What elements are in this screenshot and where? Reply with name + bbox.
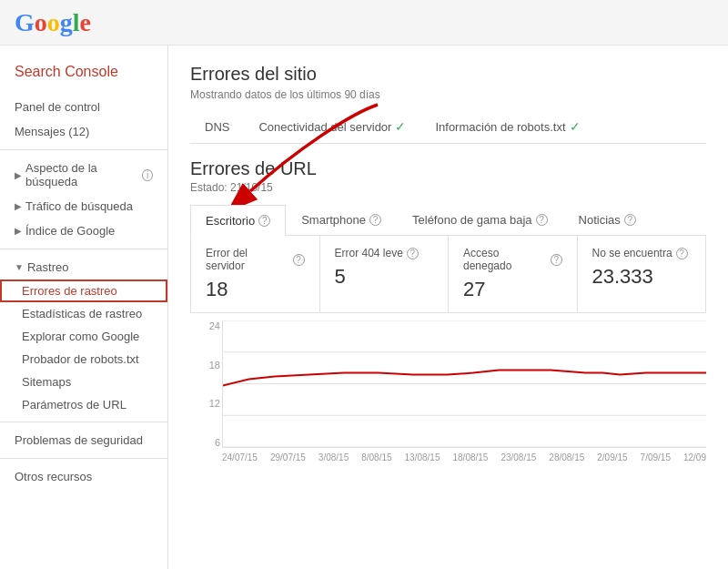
tab-telefono-gama-baja[interactable]: Teléfono de gama baja ? xyxy=(397,205,563,235)
info-icon[interactable]: ? xyxy=(369,214,381,226)
x-label: 29/07/15 xyxy=(270,452,306,462)
tab-dns[interactable]: DNS xyxy=(190,113,244,143)
x-label: 12/09 xyxy=(683,452,706,462)
stat-value: 23.333 xyxy=(592,265,692,289)
check-icon: ✓ xyxy=(570,119,581,134)
tab-robots[interactable]: Información de robots.txt ✓ xyxy=(420,112,594,143)
chart-y-axis: 24 18 12 6 xyxy=(195,320,220,448)
url-errors-tabs: Escritorio ? Smartphone ? Teléfono de ga… xyxy=(190,205,706,236)
tab-escritorio[interactable]: Escritorio ? xyxy=(190,205,286,236)
stat-card-no-encuentra: No se encuentra ? 23.333 xyxy=(578,236,706,312)
chart-svg xyxy=(222,320,706,448)
sidebar-item-errores-rastreo[interactable]: Errores de rastreo xyxy=(0,279,167,302)
sidebar-item-label: Errores de rastreo xyxy=(22,284,117,298)
tab-label: Smartphone xyxy=(301,213,366,227)
y-label: 18 xyxy=(195,360,220,371)
sidebar-item-mensajes[interactable]: Mensajes (12) xyxy=(0,119,167,144)
sidebar-item-label: Aspecto de la búsqueda xyxy=(25,161,138,188)
tab-noticias[interactable]: Noticias ? xyxy=(563,205,652,235)
site-errors-subtitle: Mostrando datos de los últimos 90 días xyxy=(190,88,706,101)
x-label: 3/08/15 xyxy=(318,452,349,462)
url-errors-section: Errores de URL Estado: 21/10/15 Escritor… xyxy=(190,158,706,466)
sidebar-item-aspecto-busqueda[interactable]: ▶ Aspecto de la búsqueda i xyxy=(0,156,167,194)
tab-label: DNS xyxy=(205,120,229,134)
sidebar-item-explorar-google[interactable]: Explorar como Google xyxy=(0,325,167,348)
info-icon[interactable]: ? xyxy=(676,248,688,259)
sidebar-item-label: Mensajes (12) xyxy=(15,125,89,138)
sidebar-item-panel-control[interactable]: Panel de control xyxy=(0,95,167,119)
sidebar-divider xyxy=(0,422,167,422)
sidebar-item-indice-google[interactable]: ▶ Índice de Google xyxy=(0,218,167,243)
url-errors-status: Estado: 21/10/15 xyxy=(190,181,706,194)
header: G o o g l e xyxy=(0,0,728,46)
site-errors-section: Errores del sitio Mostrando datos de los… xyxy=(190,64,706,144)
main-layout: Search Console Panel de control Mensajes… xyxy=(0,46,728,569)
info-icon[interactable]: ? xyxy=(551,254,562,266)
x-label: 24/07/15 xyxy=(222,452,258,462)
x-label: 13/08/15 xyxy=(405,452,440,462)
sidebar-item-label: Tráfico de búsqueda xyxy=(25,199,133,213)
sidebar-item-label: Sitemaps xyxy=(22,375,71,389)
arrow-icon: ▼ xyxy=(15,262,24,272)
sidebar-divider xyxy=(0,458,167,459)
tab-label: Teléfono de gama baja xyxy=(412,213,532,227)
sidebar-title: Search Console xyxy=(0,56,167,95)
info-icon[interactable]: ? xyxy=(536,214,548,226)
url-errors-title: Errores de URL xyxy=(190,158,706,179)
info-icon[interactable]: ? xyxy=(407,248,419,259)
chart-wrapper: 24 18 12 6 xyxy=(222,320,706,466)
info-icon[interactable]: i xyxy=(142,169,153,181)
sidebar-item-label: Probador de robots.txt xyxy=(22,352,139,366)
arrow-icon: ▶ xyxy=(15,226,22,236)
chart-x-axis: 24/07/15 29/07/15 3/08/15 8/08/15 13/08/… xyxy=(222,451,706,466)
sidebar: Search Console Panel de control Mensajes… xyxy=(0,46,168,569)
tab-conectividad[interactable]: Conectividad del servidor ✓ xyxy=(244,112,420,143)
sidebar-item-estadisticas-rastreo[interactable]: Estadísticas de rastreo xyxy=(0,302,167,325)
stat-label: Acceso denegado ? xyxy=(463,247,562,272)
y-label: 24 xyxy=(195,320,220,331)
info-icon[interactable]: ? xyxy=(258,215,270,227)
info-icon[interactable]: ? xyxy=(293,254,305,266)
sidebar-item-label: Índice de Google xyxy=(25,224,115,238)
arrow-icon: ▶ xyxy=(15,201,22,211)
google-logo: G o o g l e xyxy=(15,8,91,37)
info-icon[interactable]: ? xyxy=(624,214,636,226)
stat-card-error-404: Error 404 leve ? 5 xyxy=(320,236,450,312)
sidebar-item-sitemaps[interactable]: Sitemaps xyxy=(0,371,167,393)
stats-row: Error del servidor ? 18 Error 404 leve ?… xyxy=(190,236,706,313)
tab-smartphone[interactable]: Smartphone ? xyxy=(286,205,397,235)
x-label: 18/08/15 xyxy=(452,452,488,462)
sidebar-divider xyxy=(0,149,167,150)
sidebar-item-label: Problemas de seguridad xyxy=(15,433,143,447)
site-error-tabs: DNS Conectividad del servidor ✓ Informac… xyxy=(190,112,706,144)
sidebar-item-label: Rastreo xyxy=(27,260,69,274)
x-label: 7/09/15 xyxy=(641,452,671,462)
sidebar-item-rastreo[interactable]: ▼ Rastreo xyxy=(0,255,167,279)
sidebar-item-label: Otros recursos xyxy=(15,470,92,483)
stat-label: Error 404 leve ? xyxy=(335,247,434,259)
x-label: 28/08/15 xyxy=(549,452,584,462)
sidebar-item-problemas-seguridad[interactable]: Problemas de seguridad xyxy=(0,428,167,452)
main-content: Errores del sitio Mostrando datos de los… xyxy=(168,46,728,569)
arrow-icon: ▶ xyxy=(15,170,22,180)
stat-label: Error del servidor ? xyxy=(206,247,305,272)
x-label: 2/09/15 xyxy=(597,452,627,462)
chart-area: 24 18 12 6 xyxy=(222,320,706,466)
sidebar-item-label: Parámetros de URL xyxy=(22,398,126,412)
sidebar-item-trafico-busqueda[interactable]: ▶ Tráfico de búsqueda xyxy=(0,194,167,218)
site-errors-title: Errores del sitio xyxy=(190,64,706,85)
sidebar-item-otros-recursos[interactable]: Otros recursos xyxy=(0,464,167,489)
check-icon: ✓ xyxy=(395,119,406,134)
sidebar-item-label: Explorar como Google xyxy=(22,330,139,343)
tab-label: Noticias xyxy=(579,213,621,227)
x-label: 8/08/15 xyxy=(361,452,391,462)
tab-label: Conectividad del servidor xyxy=(258,120,391,134)
y-label: 6 xyxy=(195,437,220,448)
x-label: 23/08/15 xyxy=(500,452,536,462)
tab-label: Escritorio xyxy=(206,214,255,228)
sidebar-item-probador-robots[interactable]: Probador de robots.txt xyxy=(0,348,167,371)
y-label: 12 xyxy=(195,398,220,409)
stat-card-error-servidor: Error del servidor ? 18 xyxy=(191,236,320,312)
sidebar-item-parametros-url[interactable]: Parámetros de URL xyxy=(0,393,167,416)
sidebar-item-label: Estadísticas de rastreo xyxy=(22,307,142,320)
